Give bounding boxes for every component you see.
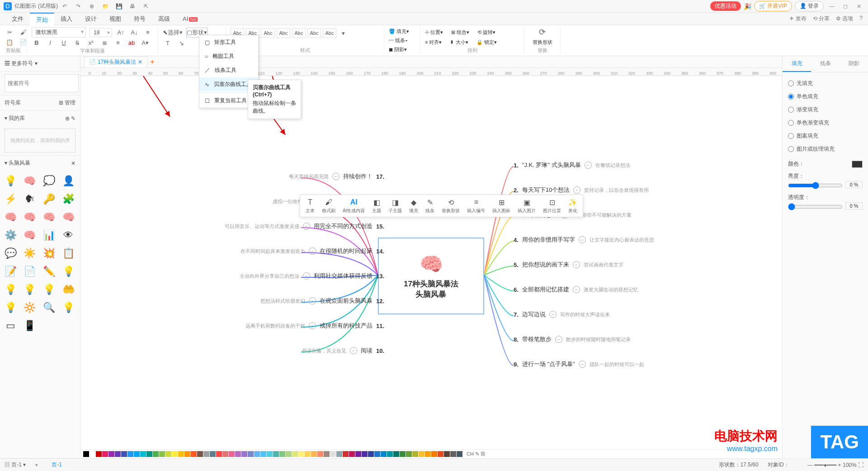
- font-family-select[interactable]: 微软雅黑: [32, 27, 86, 38]
- rp-tab-填充[interactable]: 填充: [783, 56, 811, 72]
- color-swatch[interactable]: [102, 451, 108, 457]
- menu-视图[interactable]: 视图: [103, 13, 127, 25]
- float-子主题[interactable]: ◨子主题: [385, 197, 406, 215]
- color-swatch[interactable]: [298, 451, 304, 457]
- fill-btn[interactable]: 🪣 填充▾: [389, 28, 409, 35]
- color-swatch[interactable]: [184, 451, 190, 457]
- float-图片位置[interactable]: ⊡图片位置: [539, 197, 565, 215]
- mindmap-node-right[interactable]: 7.边写边说−写作的时候大声读出来: [514, 310, 610, 319]
- menu-文件[interactable]: 文件: [5, 13, 30, 25]
- underline-icon[interactable]: U: [59, 38, 69, 48]
- shape-item[interactable]: 🧩: [61, 191, 76, 207]
- superscript-icon[interactable]: x²: [86, 38, 96, 48]
- color-swatch[interactable]: [374, 451, 380, 457]
- strike-icon[interactable]: S̶: [72, 38, 82, 48]
- color-swatch[interactable]: [222, 451, 228, 457]
- color-swatch[interactable]: [146, 451, 152, 457]
- font-color-icon[interactable]: A▾: [140, 38, 150, 48]
- menu-开始[interactable]: 开始: [30, 13, 54, 25]
- manage-lib[interactable]: ⊞ 管理: [59, 99, 75, 107]
- mindmap-node-left[interactable]: 17.持续创作！−每天坚持风雨无阻: [289, 172, 384, 181]
- bullets-icon[interactable]: ≣: [99, 38, 109, 48]
- vip-button[interactable]: 🛒 开通VIP: [754, 1, 792, 11]
- color-swatch[interactable]: [121, 451, 127, 457]
- style-preset[interactable]: Abc: [261, 28, 275, 38]
- symbol-search-input[interactable]: [5, 74, 79, 92]
- menu-高级[interactable]: 高级: [152, 13, 176, 25]
- mindmap-node-left[interactable]: 10.阅读−书读百遍，其义自见: [302, 347, 384, 355]
- rp-tab-阴影[interactable]: 阴影: [840, 56, 868, 72]
- shape-item[interactable]: 🧠: [22, 173, 38, 189]
- page-menu[interactable]: ▥ 页-1 ▾: [5, 461, 26, 469]
- color-swatch[interactable]: [254, 451, 260, 457]
- shape-item[interactable]: 🧠: [3, 209, 18, 225]
- document-tab[interactable]: 📄 17种头脑风暴法 ✕: [84, 57, 147, 67]
- style-preset[interactable]: Abc: [292, 28, 306, 38]
- tab-add-icon[interactable]: +: [150, 58, 154, 66]
- my-lib-label[interactable]: 我的库: [9, 115, 25, 121]
- float-文本[interactable]: T文本: [302, 197, 318, 215]
- shadow-btn[interactable]: ◼ 阴影▾: [389, 46, 407, 53]
- line-spacing-icon[interactable]: ≡: [143, 28, 153, 38]
- menu-AI[interactable]: AIhot: [176, 13, 204, 25]
- fill-option[interactable]: 图案填充: [788, 129, 863, 143]
- brightness-slider[interactable]: [788, 182, 843, 189]
- color-swatch[interactable]: [292, 451, 298, 457]
- color-swatch[interactable]: [140, 451, 146, 457]
- color-swatch[interactable]: [324, 451, 330, 457]
- shape-item[interactable]: ▭: [3, 318, 18, 333]
- float-美化[interactable]: ✨美化: [565, 197, 581, 215]
- color-swatch[interactable]: [203, 451, 209, 457]
- color-swatch[interactable]: [165, 451, 171, 457]
- new-icon[interactable]: ⊕: [86, 1, 97, 12]
- color-swatch[interactable]: [153, 451, 159, 457]
- format-painter-icon[interactable]: 🖌: [18, 27, 28, 37]
- menu-right-item[interactable]: ⚙ 选项: [836, 15, 853, 23]
- shape-item[interactable]: 💡: [22, 282, 38, 297]
- shape-item[interactable]: 🔑: [42, 191, 57, 207]
- float-插入编号[interactable]: ≡插入编号: [463, 197, 489, 215]
- color-swatch[interactable]: [197, 451, 203, 457]
- font-shrink-icon[interactable]: A↓: [129, 28, 139, 38]
- color-swatch[interactable]: [336, 451, 342, 457]
- shape-item[interactable]: 💡: [61, 264, 76, 279]
- mindmap-node-left[interactable]: 15.用完全不同的方式创造−可以用音乐、运动等方式激发灵感: [225, 222, 384, 230]
- shape-item[interactable]: 💡: [3, 282, 18, 297]
- shape-item[interactable]: ✏️: [42, 264, 57, 279]
- replace-shape-btn[interactable]: 替换形状: [533, 39, 552, 46]
- mindmap-node-left[interactable]: 13.利用社交媒体获得反馈−主动向外界分享自己的想法: [240, 272, 384, 280]
- shape-item[interactable]: 📝: [3, 264, 18, 279]
- mindmap-node-right[interactable]: 4.用你的非惯用手写字−让文字接近内心最表达的意思: [514, 236, 654, 244]
- shape-item[interactable]: 📱: [22, 318, 38, 333]
- shape-item[interactable]: 💡: [42, 282, 57, 297]
- replace-shape-icon[interactable]: ⟳: [538, 27, 547, 37]
- page-add-icon[interactable]: +: [35, 462, 38, 468]
- shape-item[interactable]: 💥: [42, 246, 57, 261]
- color-swatch[interactable]: [210, 451, 216, 457]
- shape-item[interactable]: ⚙️: [3, 228, 18, 243]
- mindmap-node-right[interactable]: 5.把你想说的画下来−尝试画画代替文字: [514, 261, 623, 269]
- shape-menu-item[interactable]: ▢矩形工具: [199, 35, 258, 49]
- maximize-icon[interactable]: ◻: [840, 1, 851, 12]
- color-swatch[interactable]: [349, 451, 355, 457]
- color-swatch[interactable]: [355, 451, 361, 457]
- shape-item[interactable]: 🧠: [61, 209, 76, 225]
- color-swatch[interactable]: [241, 451, 247, 457]
- italic-icon[interactable]: I: [45, 38, 55, 48]
- color-swatch[interactable]: [267, 451, 273, 457]
- shape-menu-item[interactable]: ／线条工具: [199, 63, 258, 77]
- color-swatch[interactable]: [108, 451, 114, 457]
- mylib-actions[interactable]: ⊕ ✎: [65, 115, 75, 122]
- color-swatch[interactable]: [216, 451, 222, 457]
- shape-item[interactable]: 📊: [42, 228, 57, 243]
- float-格式刷[interactable]: 🖌格式刷: [318, 197, 339, 215]
- color-swatch[interactable]: [393, 451, 399, 457]
- style-preset[interactable]: Abc: [277, 28, 290, 38]
- connector-tool-icon[interactable]: ↘: [176, 38, 186, 48]
- shape-item[interactable]: 💡: [3, 300, 18, 315]
- shape-item[interactable]: 🗣: [22, 191, 38, 207]
- opacity-slider[interactable]: [788, 203, 843, 210]
- color-swatch[interactable]: [457, 451, 462, 457]
- page-tab[interactable]: 页-1: [52, 461, 62, 469]
- fill-option[interactable]: 单色填充: [788, 90, 863, 103]
